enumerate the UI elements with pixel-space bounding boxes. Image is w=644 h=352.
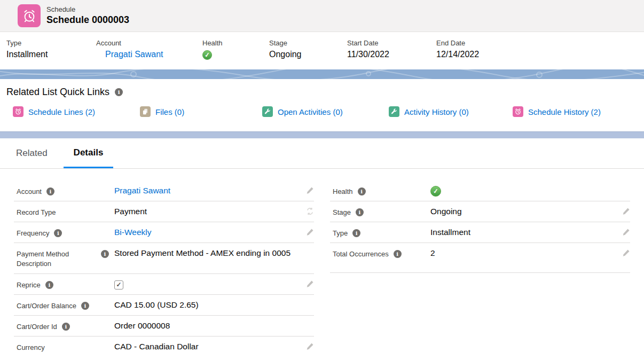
- field-label: Cart/Order Id: [17, 322, 57, 332]
- quick-link-label[interactable]: Files (0): [155, 107, 184, 116]
- change-record-type-button[interactable]: [302, 206, 314, 217]
- info-icon[interactable]: i: [81, 302, 89, 310]
- quick-link-files[interactable]: Files (0): [140, 106, 184, 117]
- field-label: Account: [17, 187, 42, 197]
- type-value: Installment: [430, 226, 618, 238]
- highlight-start-date-value: 11/30/2022: [347, 50, 436, 59]
- tab-details[interactable]: Details: [64, 138, 114, 168]
- details-form: Account i Pragati Sawant Record Type Pay…: [0, 169, 644, 352]
- quick-link-label[interactable]: Open Activities (0): [278, 107, 343, 116]
- field-label: Record Type: [17, 208, 56, 217]
- wrench-icon: [262, 106, 273, 117]
- edit-account-button[interactable]: [302, 185, 314, 197]
- info-icon[interactable]: i: [356, 208, 364, 216]
- record-type-value: Payment: [114, 206, 302, 217]
- page-header: Schedule Schedule 0000003: [0, 0, 644, 32]
- pencil-icon: [306, 342, 314, 350]
- highlight-end-date-value: 12/14/2022: [436, 50, 543, 59]
- field-label: Frequency: [17, 229, 49, 238]
- details-left-column: Account i Pragati Sawant Record Type Pay…: [14, 181, 314, 352]
- pencil-icon: [622, 249, 630, 257]
- cart-order-id-value: Order 0000008: [114, 320, 302, 332]
- info-icon[interactable]: i: [62, 323, 70, 331]
- highlight-stage-label: Stage: [269, 39, 347, 47]
- field-row-frequency: Frequency i Bi-Weekly: [14, 222, 314, 243]
- details-right-column: Health i Stage i Ongoing Type: [330, 181, 630, 352]
- reprice-checkbox[interactable]: [114, 280, 123, 290]
- edit-stage-button[interactable]: [618, 206, 630, 217]
- highlight-type-label: Type: [6, 39, 96, 47]
- info-icon[interactable]: i: [352, 229, 360, 237]
- info-icon[interactable]: i: [45, 281, 53, 289]
- highlight-stage-value: Ongoing: [269, 50, 347, 59]
- account-link[interactable]: Pragati Sawant: [114, 186, 170, 195]
- pencil-icon: [622, 228, 630, 236]
- pencil-icon: [306, 280, 314, 288]
- alarm-clock-icon: [513, 106, 523, 117]
- info-icon[interactable]: i: [358, 187, 366, 195]
- field-label: Reprice: [17, 280, 41, 290]
- field-label: Payment Method Description: [17, 249, 101, 268]
- edit-total-occurrences-button[interactable]: [618, 247, 630, 259]
- frequency-link[interactable]: Bi-Weekly: [114, 228, 151, 237]
- file-copy-icon: [140, 106, 151, 117]
- schedule-entity-icon: [18, 4, 41, 27]
- field-row-record-type: Record Type Payment: [14, 201, 314, 222]
- pencil-icon: [306, 228, 314, 236]
- field-row-type: Type i Installment: [330, 222, 630, 243]
- quick-links-title: Related List Quick Links: [6, 87, 109, 98]
- field-label: Type: [333, 229, 348, 238]
- alarm-clock-icon: [22, 9, 37, 24]
- field-row-cart-order-balance: Cart/Order Balance i CAD 15.00 (USD 2.65…: [14, 295, 314, 316]
- alarm-clock-icon: [13, 106, 23, 117]
- info-icon[interactable]: i: [54, 229, 62, 237]
- health-check-icon: [202, 50, 212, 60]
- quick-link-label[interactable]: Schedule Lines (2): [28, 107, 95, 116]
- info-icon[interactable]: i: [101, 250, 109, 258]
- quick-link-label[interactable]: Schedule History (2): [528, 107, 601, 116]
- pencil-icon: [622, 207, 630, 215]
- info-icon[interactable]: i: [46, 187, 54, 195]
- field-label: Health: [333, 187, 353, 197]
- page-title: Schedule 0000003: [46, 14, 129, 26]
- edit-frequency-button[interactable]: [302, 226, 314, 238]
- highlights-panel: Type Installment Account Pragati Sawant …: [0, 32, 644, 69]
- highlight-end-date-label: End Date: [436, 39, 543, 47]
- account-link[interactable]: Pragati Sawant: [105, 50, 163, 59]
- quick-link-label[interactable]: Activity History (0): [404, 107, 469, 116]
- field-row-payment-method-description: Payment Method Description i Stored Paym…: [14, 243, 314, 274]
- info-icon[interactable]: i: [115, 88, 123, 96]
- field-row-stage: Stage i Ongoing: [330, 201, 630, 222]
- field-row-account: Account i Pragati Sawant: [14, 181, 314, 201]
- field-row-reprice: Reprice i: [14, 274, 314, 295]
- cart-order-balance-value: CAD 15.00 (USD 2.65): [114, 299, 302, 311]
- quick-link-schedule-lines[interactable]: Schedule Lines (2): [13, 106, 95, 117]
- field-label: Currency: [17, 343, 45, 352]
- quick-link-schedule-history[interactable]: Schedule History (2): [513, 106, 601, 117]
- payment-method-description-value: Stored Payment Method - AMEX ending in 0…: [114, 247, 302, 259]
- quick-link-open-activities[interactable]: Open Activities (0): [262, 106, 343, 117]
- field-row-total-occurrences: Total Occurrences i 2: [330, 243, 630, 273]
- background-band: [0, 69, 644, 79]
- pencil-icon: [306, 186, 314, 194]
- edit-reprice-button[interactable]: [302, 278, 314, 290]
- wrench-icon: [389, 106, 399, 117]
- quick-link-activity-history[interactable]: Activity History (0): [389, 106, 469, 117]
- tab-related[interactable]: Related: [15, 138, 49, 168]
- field-row-health: Health i: [330, 181, 630, 201]
- edit-currency-button[interactable]: [302, 341, 314, 352]
- field-label: Total Occurrences: [333, 249, 389, 259]
- highlight-account-label: Account: [96, 39, 202, 47]
- highlight-type-value: Installment: [6, 50, 96, 59]
- background-band: [0, 131, 644, 138]
- details-card: Related Details Account i Pragati Sawant…: [0, 138, 644, 352]
- edit-type-button[interactable]: [618, 226, 630, 238]
- total-occurrences-value: 2: [430, 247, 618, 259]
- info-icon[interactable]: i: [394, 250, 402, 258]
- currency-value: CAD - Canadian Dollar: [114, 341, 302, 352]
- highlight-health-label: Health: [202, 39, 269, 47]
- object-label: Schedule: [46, 5, 129, 14]
- field-label: Cart/Order Balance: [17, 301, 76, 311]
- related-list-quick-links-card: Related List Quick Links i Schedule Line…: [0, 79, 644, 131]
- tab-bar: Related Details: [0, 138, 644, 169]
